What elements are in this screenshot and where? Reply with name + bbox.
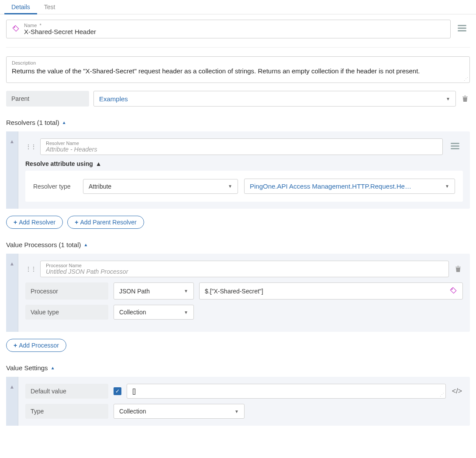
chevron-down-icon: ▼ [235,409,239,414]
settings-panel: ▲ Default value ✓ [] ⋰ </> Type Collecti… [6,377,470,426]
processor-panel: ▲ ⋮⋮ Processor Name Untitled JSON Path P… [6,254,470,332]
svg-rect-2 [458,28,466,29]
svg-point-0 [14,27,15,28]
type-label: Type [25,404,108,419]
resolvers-header[interactable]: Resolvers (1 total) ▲ [6,119,470,126]
chevron-down-icon: ▼ [184,310,188,315]
type-select[interactable]: Collection ▼ [114,404,245,419]
add-processor-button[interactable]: +Add Processor [6,339,66,352]
resolver-type-label: Resolver type [33,183,77,190]
collapse-icon: ▲ [83,242,88,247]
resolver-name-label: Resolver Name [46,141,437,146]
chevron-down-icon: ▼ [445,184,449,189]
chevron-up-icon: ▲ [10,261,15,267]
panel-collapse[interactable]: ▲ [6,131,18,209]
processors-header[interactable]: Value Processors (1 total) ▲ [6,241,470,248]
svg-rect-3 [458,30,466,31]
value-settings-header[interactable]: Value Settings ▲ [6,364,470,372]
resize-handle-icon: ⋰ [464,76,468,81]
name-label: Name * [24,23,96,28]
name-value: X-Shared-Secret Header [24,28,96,35]
chevron-up-icon: ▲ [10,138,15,145]
tag-icon [449,286,457,296]
resolver-name-input[interactable]: Resolver Name Attribute - Headers [40,138,443,155]
plus-icon: + [75,219,78,226]
default-value-label: Default value [25,384,108,399]
processor-name-label: Processor Name [46,263,443,268]
chevron-down-icon: ▼ [184,289,188,293]
jsonpath-input[interactable]: $.["X-Shared-Secret"] [199,282,463,300]
chevron-up-icon: ▲ [10,384,15,390]
default-value-checkbox[interactable]: ✓ [114,387,121,395]
valuetype-select[interactable]: Collection ▼ [114,305,194,320]
resolver-name-value: Attribute - Headers [46,146,437,153]
svg-rect-1 [458,25,466,26]
add-resolver-button[interactable]: +Add Resolver [6,216,63,229]
chevron-down-icon: ▼ [228,184,232,189]
svg-rect-5 [451,145,459,147]
drag-handle-icon[interactable]: ⋮⋮ [25,265,36,272]
code-icon[interactable]: </> [451,384,463,399]
tab-details[interactable]: Details [4,0,37,14]
parent-select[interactable]: Examples ▼ [93,91,456,107]
resolver-menu-icon[interactable] [447,142,463,152]
valuetype-label: Value type [25,305,108,320]
resolve-using-header[interactable]: Resolve attribute using ▲ [25,160,463,167]
description-label: Description [12,60,464,65]
resolver-attribute-select[interactable]: PingOne.API Access Management.HTTP.Reque… [244,179,455,194]
processor-name-input[interactable]: Processor Name Untitled JSON Path Proces… [40,261,449,277]
description-input[interactable]: Description Returns the value of the "X-… [6,56,470,83]
chevron-down-icon: ▼ [446,96,450,101]
menu-icon[interactable] [454,24,470,34]
add-parent-resolver-button[interactable]: +Add Parent Resolver [67,216,144,229]
processor-select[interactable]: JSON Path ▼ [114,282,194,300]
parent-label: Parent [6,91,89,107]
processor-label: Processor [25,282,108,300]
panel-collapse[interactable]: ▲ [6,254,18,332]
resize-handle-icon: ⋰ [440,392,444,397]
collapse-icon: ▲ [51,365,55,370]
panel-collapse[interactable]: ▲ [6,377,18,426]
svg-point-7 [452,289,452,289]
delete-parent-button[interactable] [460,91,470,107]
description-value: Returns the value of the "X-Shared-Secre… [12,66,464,76]
resolver-panel: ▲ ⋮⋮ Resolver Name Attribute - Headers R… [6,131,470,209]
collapse-icon: ▲ [96,160,102,167]
tab-test[interactable]: Test [37,0,62,14]
processor-name-value: Untitled JSON Path Processor [46,268,443,275]
svg-rect-4 [451,143,459,144]
drag-handle-icon[interactable]: ⋮⋮ [25,143,36,150]
default-value-input[interactable]: [] ⋰ [127,384,446,399]
plus-icon: + [14,342,17,349]
plus-icon: + [14,219,17,226]
resolver-type-select[interactable]: Attribute ▼ [83,179,238,194]
svg-rect-6 [451,148,459,149]
name-input[interactable]: Name * X-Shared-Secret Header [6,20,451,38]
delete-processor-button[interactable] [453,262,463,276]
tag-icon [12,24,20,34]
collapse-icon: ▲ [62,120,66,125]
tabs: Details Test [0,0,476,14]
